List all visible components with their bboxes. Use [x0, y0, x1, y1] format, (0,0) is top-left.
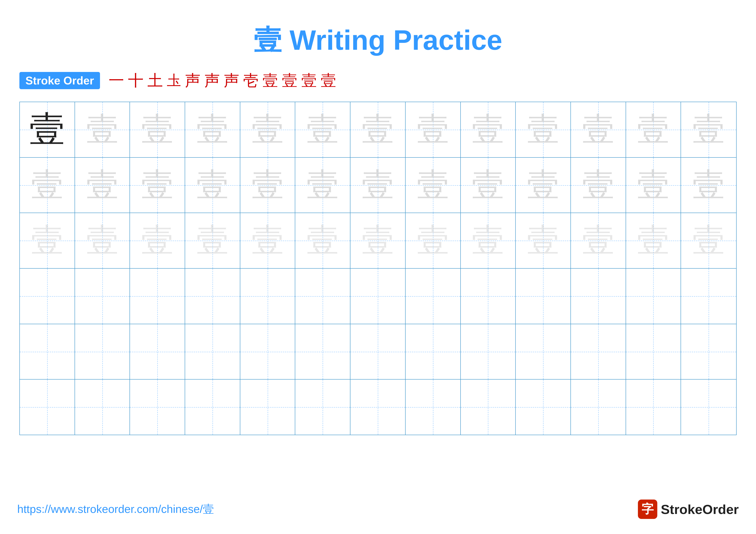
char-light: 壹: [582, 164, 614, 207]
char-light: 壹: [196, 164, 229, 207]
char-light: 壹: [86, 164, 119, 207]
stroke-step-4: 圡: [167, 71, 181, 90]
stroke-step-12: 壹: [321, 70, 336, 91]
grid-cell-5-5[interactable]: [240, 324, 295, 379]
char-light: 壹: [31, 164, 63, 207]
grid-cell-3-5: 壹: [240, 213, 295, 268]
grid-cell-4-11[interactable]: [571, 268, 626, 324]
grid-cell-4-12[interactable]: [626, 268, 681, 324]
char-light: 壹: [582, 108, 614, 151]
char-light: 壹: [692, 108, 725, 151]
grid-cell-4-4[interactable]: [185, 268, 240, 324]
grid-cell-1-8: 壹: [406, 102, 461, 157]
footer-logo-text: StrokeOrder: [661, 502, 739, 517]
grid-cell-6-2[interactable]: [75, 380, 130, 435]
char-lighter: 壹: [141, 219, 174, 262]
footer-url[interactable]: https://www.strokeorder.com/chinese/壹: [17, 502, 214, 517]
grid-cell-5-12[interactable]: [626, 324, 681, 379]
title-chinese-char: 壹: [254, 24, 282, 56]
grid-cell-6-10[interactable]: [516, 380, 571, 435]
grid-cell-3-10: 壹: [516, 213, 571, 268]
stroke-step-11: 壹: [301, 70, 317, 91]
grid-cell-4-1[interactable]: [20, 268, 75, 324]
grid-cell-1-1: 壹: [20, 102, 75, 157]
grid-cell-2-6: 壹: [295, 158, 350, 213]
grid-cell-2-10: 壹: [516, 158, 571, 213]
title-text: Writing Practice: [282, 24, 502, 56]
grid-cell-3-3: 壹: [130, 213, 185, 268]
char-lighter: 壹: [417, 219, 449, 262]
grid-cell-6-1[interactable]: [20, 380, 75, 435]
grid-cell-4-7[interactable]: [350, 268, 406, 324]
grid-cell-3-7: 壹: [350, 213, 406, 268]
grid-cell-2-12: 壹: [626, 158, 681, 213]
grid-cell-5-1[interactable]: [20, 324, 75, 379]
grid-cell-4-13[interactable]: [681, 268, 736, 324]
stroke-step-3: 土: [148, 70, 163, 91]
grid-cell-4-6[interactable]: [295, 268, 350, 324]
strokeorder-logo-icon: 字: [638, 499, 657, 519]
char-light: 壹: [362, 164, 394, 207]
grid-cell-5-6[interactable]: [295, 324, 350, 379]
grid-cell-6-13[interactable]: [681, 380, 736, 435]
grid-cell-6-11[interactable]: [571, 380, 626, 435]
char-light: 壹: [362, 108, 394, 151]
grid-cell-3-1: 壹: [20, 213, 75, 268]
grid-cell-6-4[interactable]: [185, 380, 240, 435]
grid-cell-1-12: 壹: [626, 102, 681, 157]
grid-cell-4-3[interactable]: [130, 268, 185, 324]
grid-cell-3-4: 壹: [185, 213, 240, 268]
grid-cell-2-5: 壹: [240, 158, 295, 213]
stroke-step-8: 壱: [243, 70, 258, 91]
grid-cell-6-9[interactable]: [461, 380, 516, 435]
stroke-step-10: 壹: [282, 70, 297, 91]
grid-cell-4-8[interactable]: [406, 268, 461, 324]
grid-cell-5-13[interactable]: [681, 324, 736, 379]
grid-cell-6-12[interactable]: [626, 380, 681, 435]
grid-cell-6-6[interactable]: [295, 380, 350, 435]
grid-cell-2-8: 壹: [406, 158, 461, 213]
char-lighter: 壹: [252, 219, 284, 262]
grid-cell-5-7[interactable]: [350, 324, 406, 379]
char-lighter: 壹: [582, 219, 614, 262]
char-lighter: 壹: [692, 219, 725, 262]
grid-cell-5-10[interactable]: [516, 324, 571, 379]
stroke-step-6: 声: [204, 70, 220, 91]
grid-cell-6-8[interactable]: [406, 380, 461, 435]
char-light: 壹: [307, 108, 339, 151]
stroke-step-9: 壹: [262, 70, 278, 91]
grid-cell-5-8[interactable]: [406, 324, 461, 379]
grid-row-1: 壹 壹 壹 壹 壹 壹 壹 壹 壹 壹 壹 壹 壹: [20, 102, 736, 158]
grid-cell-5-3[interactable]: [130, 324, 185, 379]
page-container: 壹 Writing Practice Stroke Order 一 十 土 圡 …: [0, 0, 756, 534]
char-light: 壹: [417, 164, 449, 207]
grid-row-4: [20, 268, 736, 324]
grid-cell-2-4: 壹: [185, 158, 240, 213]
grid-cell-6-3[interactable]: [130, 380, 185, 435]
grid-cell-1-3: 壹: [130, 102, 185, 157]
grid-cell-1-7: 壹: [350, 102, 406, 157]
char-light: 壹: [196, 108, 229, 151]
grid-cell-4-9[interactable]: [461, 268, 516, 324]
char-light: 壹: [472, 108, 504, 151]
grid-cell-6-7[interactable]: [350, 380, 406, 435]
grid-cell-3-13: 壹: [681, 213, 736, 268]
grid-cell-5-2[interactable]: [75, 324, 130, 379]
char-lighter: 壹: [307, 219, 339, 262]
grid-cell-3-9: 壹: [461, 213, 516, 268]
stroke-step-2: 十: [128, 70, 144, 91]
logo-char: 字: [641, 501, 654, 518]
char-light: 壹: [307, 164, 339, 207]
grid-cell-5-4[interactable]: [185, 324, 240, 379]
grid-cell-4-2[interactable]: [75, 268, 130, 324]
grid-row-3: 壹 壹 壹 壹 壹 壹 壹 壹 壹 壹 壹 壹 壹: [20, 213, 736, 268]
grid-cell-5-9[interactable]: [461, 324, 516, 379]
grid-cell-4-5[interactable]: [240, 268, 295, 324]
grid-cell-5-11[interactable]: [571, 324, 626, 379]
grid-cell-6-5[interactable]: [240, 380, 295, 435]
char-light: 壹: [527, 108, 559, 151]
char-lighter: 壹: [196, 219, 229, 262]
grid-cell-4-10[interactable]: [516, 268, 571, 324]
char-light: 壹: [141, 108, 174, 151]
grid-cell-2-3: 壹: [130, 158, 185, 213]
